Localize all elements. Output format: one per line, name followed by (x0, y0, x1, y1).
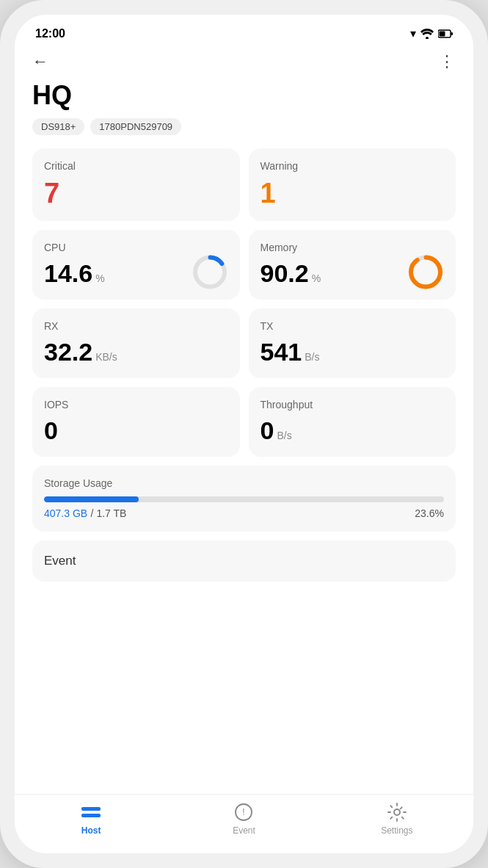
storage-bar-fill (44, 496, 139, 502)
nav-bar: ← ⋮ (15, 46, 473, 74)
warning-label: Warning (261, 160, 445, 172)
svg-rect-2 (451, 32, 454, 35)
rx-label: RX (44, 320, 228, 332)
rx-tx-grid: RX 32.2 KB/s TX 541 B/s (32, 308, 456, 378)
back-button[interactable]: ← (32, 52, 48, 71)
storage-percentage: 23.6% (415, 507, 444, 519)
iops-value: 0 (44, 416, 58, 445)
svg-rect-3 (440, 31, 445, 36)
tx-value-row: 541 B/s (261, 338, 445, 366)
memory-chart (406, 252, 445, 294)
tx-unit: B/s (305, 351, 319, 363)
tags-row: DS918+ 1780PDN529709 (32, 118, 456, 135)
cpu-memory-grid: CPU 14.6 % Memory 90.2 (32, 230, 456, 300)
host-line-2 (81, 814, 101, 817)
memory-card[interactable]: Memory 90.2 % (249, 230, 456, 300)
alert-cards-grid: Critical 7 Warning 1 (32, 148, 456, 221)
critical-value: 7 (44, 178, 228, 209)
rx-value: 32.2 (44, 338, 92, 366)
throughput-label: Throughput (261, 399, 445, 411)
iops-card[interactable]: IOPS 0 (32, 387, 240, 457)
svg-point-7 (411, 257, 440, 286)
wifi-icon-svg (420, 29, 434, 39)
warning-value: 1 (261, 178, 445, 209)
critical-card[interactable]: Critical 7 (32, 148, 240, 221)
phone-screen: 12:00 ▾ ← ⋮ HQ (15, 15, 473, 853)
cpu-unit: % (95, 272, 104, 284)
storage-used: 407.3 GB (44, 507, 87, 519)
event-icon: ! (233, 802, 254, 822)
host-icon (81, 802, 101, 822)
throughput-card[interactable]: Throughput 0 B/s (249, 387, 456, 457)
event-label: Event (44, 554, 444, 568)
cpu-value: 14.6 (44, 259, 92, 288)
throughput-unit: B/s (277, 430, 291, 441)
tag-model: DS918+ (32, 118, 84, 135)
more-button[interactable]: ⋮ (439, 52, 456, 71)
tx-card[interactable]: TX 541 B/s (249, 308, 456, 378)
wifi-icon: ▾ (410, 26, 416, 40)
nav-label-event: Event (233, 825, 255, 836)
battery-icon (438, 29, 453, 38)
storage-used-info: 407.3 GB / 1.7 TB (44, 507, 126, 520)
status-bar: 12:00 ▾ (15, 15, 473, 46)
throughput-value: 0 (261, 416, 274, 445)
tag-serial: 1780PDN529709 (90, 118, 181, 135)
memory-value: 90.2 (261, 259, 309, 288)
iops-value-row: 0 (44, 416, 228, 445)
svg-point-0 (426, 37, 429, 39)
tx-value: 541 (261, 338, 302, 366)
cpu-chart (190, 252, 230, 294)
settings-icon (387, 802, 407, 822)
bottom-nav: Host ! Event Settings (15, 794, 473, 853)
memory-unit: % (312, 272, 321, 284)
iops-label: IOPS (44, 399, 228, 411)
phone-frame: 12:00 ▾ ← ⋮ HQ (0, 0, 488, 868)
iops-throughput-grid: IOPS 0 Throughput 0 B/s (32, 387, 456, 457)
host-line-1 (81, 807, 101, 811)
nav-item-settings[interactable]: Settings (321, 802, 473, 836)
storage-info-row: 407.3 GB / 1.7 TB 23.6% (44, 507, 444, 520)
status-icons: ▾ (410, 26, 453, 40)
nav-label-host: Host (81, 825, 101, 836)
critical-label: Critical (44, 160, 228, 172)
rx-unit: KB/s (95, 351, 117, 363)
storage-bar-bg (44, 496, 444, 502)
storage-label: Storage Usage (44, 477, 444, 489)
status-time: 12:00 (35, 27, 65, 40)
cpu-card[interactable]: CPU 14.6 % (32, 230, 240, 300)
rx-value-row: 32.2 KB/s (44, 338, 228, 366)
host-icon-lines (81, 807, 101, 817)
content-area: HQ DS918+ 1780PDN529709 Critical 7 Warni… (15, 74, 473, 794)
throughput-value-row: 0 B/s (261, 416, 445, 445)
page-title: HQ (32, 80, 456, 111)
storage-total: 1.7 TB (96, 507, 126, 519)
svg-point-10 (394, 809, 400, 815)
event-card[interactable]: Event (32, 540, 456, 582)
warning-card[interactable]: Warning 1 (249, 148, 456, 221)
nav-item-host[interactable]: Host (15, 802, 167, 836)
svg-text:!: ! (243, 807, 245, 817)
rx-card[interactable]: RX 32.2 KB/s (32, 308, 240, 378)
tx-label: TX (261, 320, 445, 332)
storage-card[interactable]: Storage Usage 407.3 GB / 1.7 TB 23.6% (32, 466, 456, 532)
nav-item-event[interactable]: ! Event (167, 802, 320, 836)
nav-label-settings: Settings (381, 825, 412, 836)
